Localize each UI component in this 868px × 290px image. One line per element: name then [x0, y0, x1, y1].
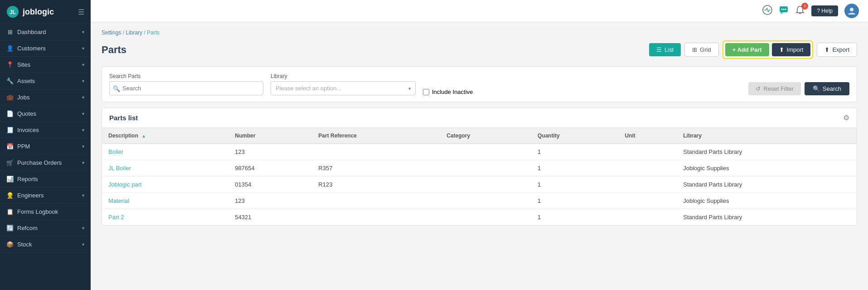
sidebar-item-customers[interactable]: 👤 Customers ▾	[0, 40, 91, 57]
sidebar-item-ppm[interactable]: 📅 PPM ▾	[0, 138, 91, 155]
engineers-icon: 👷	[6, 192, 14, 199]
library-filter-group: Library Please select an option... ▾	[271, 73, 416, 95]
sidebar-item-quotes[interactable]: 📄 Quotes ▾	[0, 106, 91, 122]
import-button[interactable]: ⬆ Import	[772, 43, 811, 56]
assets-icon: 🔧	[6, 78, 14, 84]
sidebar-logo: JL joblogic ☰	[0, 0, 91, 24]
sidebar-item-assets[interactable]: 🔧 Assets ▾	[0, 73, 91, 89]
chevron-down-icon: ▾	[82, 29, 84, 34]
sidebar-item-purchase-orders[interactable]: 🛒 Purchase Orders ▾	[0, 155, 91, 171]
dashboard-icon: ⊞	[6, 29, 14, 35]
sidebar-item-label: Quotes	[17, 110, 36, 117]
sidebar-item-reports[interactable]: 📊 Reports	[0, 171, 91, 187]
ppm-icon: 📅	[6, 143, 14, 150]
help-button[interactable]: ? Help	[811, 5, 838, 16]
cell-category	[440, 160, 531, 177]
grid-icon: ⊞	[692, 46, 697, 53]
col-description: Description ▲	[102, 128, 228, 144]
sidebar-logo-text: joblogic	[23, 7, 54, 17]
col-unit: Unit	[618, 128, 677, 144]
reports-icon: 📊	[6, 176, 14, 182]
cell-description[interactable]: JL Boiler	[102, 160, 228, 177]
sidebar-item-engineers[interactable]: 👷 Engineers ▾	[0, 187, 91, 204]
notification-icon[interactable]: 2	[795, 5, 805, 17]
cell-number: 987654	[228, 160, 312, 177]
chevron-down-icon: ▾	[82, 95, 84, 100]
import-label: Import	[787, 46, 804, 53]
list-label: List	[664, 46, 674, 53]
cell-library: Standard Parts Library	[677, 209, 857, 226]
cell-category	[440, 177, 531, 193]
sidebar-item-label: Purchase Orders	[17, 159, 62, 166]
activity-icon[interactable]	[762, 5, 772, 17]
customers-icon: 👤	[6, 45, 14, 52]
parts-list-title: Parts list	[109, 114, 138, 122]
add-part-button[interactable]: + Add Part	[725, 43, 769, 56]
cell-unit	[618, 209, 677, 226]
sidebar-item-forms-logbook[interactable]: 📋 Forms Logbook	[0, 204, 91, 220]
sidebar-item-label: Forms Logbook	[17, 208, 58, 215]
search-button[interactable]: 🔍 Search	[805, 82, 849, 95]
export-button[interactable]: ⬆ Export	[817, 43, 857, 57]
cell-category	[440, 209, 531, 226]
library-select-wrap: Please select an option... ▾	[271, 81, 416, 95]
sidebar-item-refcom[interactable]: 🔄 Refcom ▾	[0, 220, 91, 236]
cell-description[interactable]: Joblogic part	[102, 177, 228, 193]
grid-view-button[interactable]: ⊞ Grid	[684, 43, 719, 57]
filter-row: Search Parts 🔍 Library Please select an …	[102, 66, 857, 102]
sidebar: JL joblogic ☰ ⊞ Dashboard ▾ 👤 Customers …	[0, 0, 91, 290]
sidebar-item-label: Refcom	[17, 225, 38, 231]
search-btn-icon: 🔍	[813, 85, 820, 92]
refcom-icon: 🔄	[6, 225, 14, 231]
cell-description[interactable]: Part 2	[102, 209, 228, 226]
col-part-reference: Part Reference	[312, 128, 440, 144]
col-library: Library	[677, 128, 857, 144]
cell-library: Standard Parts Library	[677, 177, 857, 193]
cell-quantity: 1	[531, 144, 618, 160]
sidebar-item-label: Dashboard	[17, 29, 46, 35]
sidebar-item-sites[interactable]: 📍 Sites ▾	[0, 57, 91, 73]
cell-quantity: 1	[531, 160, 618, 177]
svg-point-6	[785, 9, 786, 10]
reset-label: Reset Filter	[763, 85, 793, 92]
svg-text:JL: JL	[10, 9, 16, 15]
settings-gear-button[interactable]: ⚙	[843, 113, 849, 122]
hamburger-icon[interactable]: ☰	[78, 8, 84, 16]
sidebar-item-jobs[interactable]: 💼 Jobs ▾	[0, 89, 91, 106]
search-input[interactable]	[109, 81, 263, 95]
library-select[interactable]: Please select an option...	[271, 81, 416, 95]
search-filter-group: Search Parts 🔍	[109, 73, 263, 95]
parts-list-header: Parts list ⚙	[102, 108, 857, 128]
sidebar-item-stock[interactable]: 📦 Stock ▾	[0, 236, 91, 253]
chat-icon[interactable]	[779, 5, 789, 17]
include-inactive-checkbox[interactable]	[423, 89, 429, 95]
sidebar-item-label: Stock	[17, 241, 32, 248]
chevron-down-icon: ▾	[82, 160, 84, 165]
cell-number: 01354	[228, 177, 312, 193]
sidebar-item-invoices[interactable]: 🧾 Invoices ▾	[0, 122, 91, 138]
cell-unit	[618, 177, 677, 193]
sidebar-item-label: Sites	[17, 61, 30, 68]
svg-point-5	[783, 9, 785, 10]
search-parts-label: Search Parts	[109, 73, 263, 79]
cell-description[interactable]: Boiler	[102, 144, 228, 160]
chevron-down-icon: ▾	[82, 128, 84, 133]
cell-description[interactable]: Material	[102, 193, 228, 209]
breadcrumb-library[interactable]: Library	[126, 29, 142, 36]
sidebar-item-label: Customers	[17, 45, 46, 52]
main-content: 2 ? Help Settings / Library / Parts Part…	[91, 0, 868, 290]
cell-library: Standard Parts Library	[677, 144, 857, 160]
table-header-row: Description ▲ Number Part Reference Cate…	[102, 128, 857, 144]
col-number: Number	[228, 128, 312, 144]
table-row: Material 123 1 Joblogic Supplies	[102, 193, 857, 209]
list-view-button[interactable]: ☰ List	[649, 43, 681, 56]
sidebar-item-dashboard[interactable]: ⊞ Dashboard ▾	[0, 24, 91, 40]
reset-filter-button[interactable]: ↺ Reset Filter	[748, 82, 800, 95]
search-icon: 🔍	[113, 85, 120, 92]
filter-actions: ↺ Reset Filter 🔍 Search	[748, 82, 849, 95]
chevron-down-icon: ▾	[82, 79, 84, 84]
export-icon: ⬆	[824, 46, 829, 53]
avatar[interactable]	[844, 4, 859, 18]
page-actions: ☰ List ⊞ Grid + Add Part ⬆ Import	[649, 40, 857, 59]
breadcrumb-settings[interactable]: Settings	[102, 29, 121, 36]
